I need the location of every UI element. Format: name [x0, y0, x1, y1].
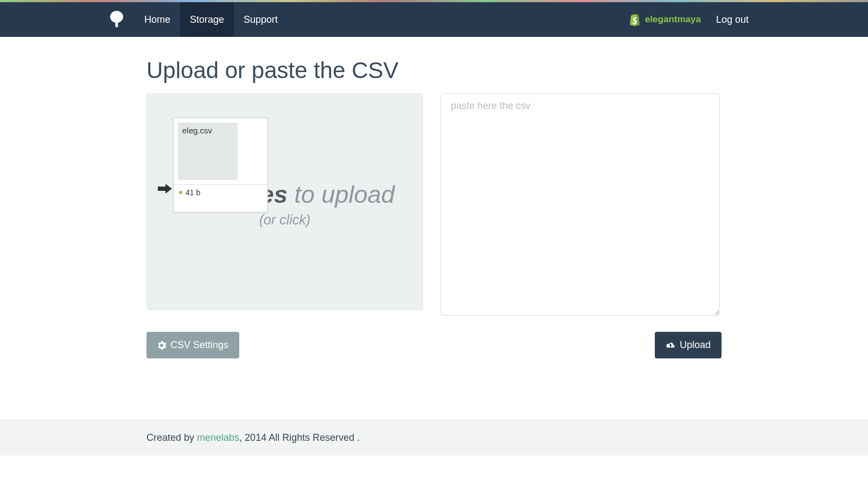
dropzone[interactable]: eleg.csv 41 b Drop files to upload (or c… — [146, 93, 423, 310]
file-name: eleg.csv — [182, 126, 212, 135]
file-size: 41 b — [186, 188, 200, 197]
footer-suffix: , 2014 All Rights Reserved . — [239, 432, 360, 443]
footer-brand: menelabs — [197, 432, 239, 443]
file-thumb: eleg.csv — [178, 123, 238, 180]
csv-settings-button[interactable]: CSV Settings — [146, 332, 239, 358]
footer: Created by menelabs, 2014 All Rights Res… — [0, 420, 868, 455]
upload-button[interactable]: Upload — [655, 332, 722, 358]
footer-prefix: Created by — [146, 432, 197, 443]
footer-brand-link[interactable]: menelabs — [197, 432, 239, 443]
shopify-icon — [629, 13, 641, 26]
page-title: Upload or paste the CSV — [146, 57, 722, 84]
cloud-upload-icon — [666, 341, 675, 350]
status-dot-icon — [179, 191, 182, 194]
nav-support-label: Support — [244, 14, 278, 25]
csv-settings-label: CSV Settings — [170, 339, 228, 351]
svg-rect-1 — [116, 20, 118, 27]
dz-hint-sub: (or click) — [147, 212, 423, 228]
nav-storage[interactable]: Storage — [180, 2, 234, 37]
nav-home-label: Home — [144, 14, 170, 25]
logout-label: Log out — [716, 14, 749, 25]
upload-label: Upload — [680, 339, 711, 351]
decorative-top-strip — [0, 0, 868, 2]
logout-link[interactable]: Log out — [716, 14, 749, 25]
nav-support[interactable]: Support — [234, 2, 288, 37]
nav-storage-label: Storage — [190, 14, 224, 25]
file-meta: 41 b — [174, 184, 267, 200]
logo-tree[interactable] — [108, 2, 135, 37]
navbar: Home Storage Support elegantmaya Log out — [0, 2, 868, 37]
shop-name: elegantmaya — [645, 14, 701, 25]
arrow-right-icon — [158, 182, 172, 197]
shop-link[interactable]: elegantmaya — [629, 13, 701, 26]
tree-icon — [108, 10, 125, 29]
gear-icon — [157, 341, 166, 350]
file-preview-card[interactable]: eleg.csv 41 b — [173, 118, 268, 213]
nav-home[interactable]: Home — [135, 2, 180, 37]
paste-csv-textarea[interactable] — [441, 93, 720, 316]
dz-hint-rest: to upload — [288, 181, 395, 208]
